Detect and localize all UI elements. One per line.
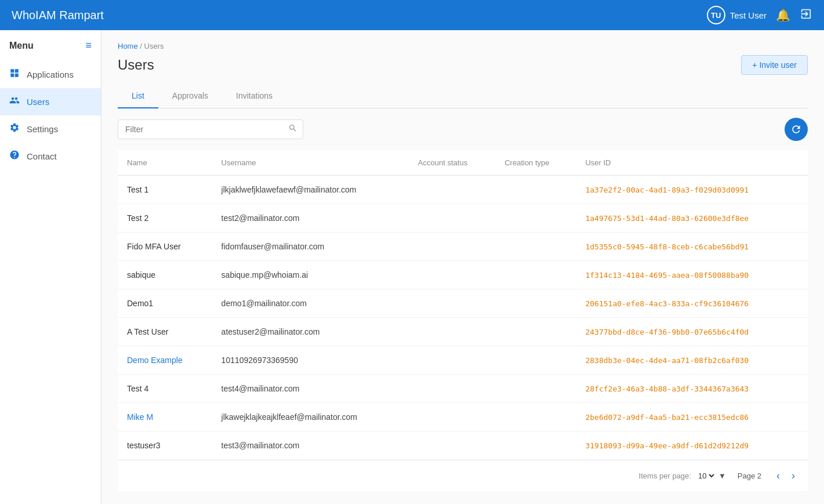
cell-account-status	[409, 375, 495, 403]
cell-username: atestuser2@mailinator.com	[212, 318, 409, 346]
notification-icon[interactable]: 🔔	[776, 8, 790, 22]
cell-user-id: 2be6d072-a9df-4aa5-ba21-ecc3815edc86	[576, 403, 808, 432]
next-page-button[interactable]: ›	[788, 467, 798, 484]
table-row[interactable]: A Test User atestuser2@mailinator.com 24…	[118, 318, 808, 346]
cell-name: sabique	[118, 261, 212, 289]
sidebar-item-label-users: Users	[27, 97, 49, 107]
sidebar-item-settings[interactable]: Settings	[0, 115, 101, 143]
items-per-page-select[interactable]: 10 25 50	[696, 471, 716, 481]
cell-account-status	[409, 318, 495, 346]
items-per-page-label: Items per page:	[639, 472, 691, 480]
breadcrumb-current: Users	[144, 42, 164, 50]
cell-user-id: 31918093-d99a-49ee-a9df-d61d2d9212d9	[576, 432, 808, 460]
prev-page-button[interactable]: ‹	[773, 467, 783, 484]
cell-name: Demo Example	[118, 346, 212, 375]
tab-invitations[interactable]: Invitations	[222, 84, 286, 108]
cell-username: jlkjaklwefjklawefaewf@mailinator.com	[212, 176, 409, 204]
cell-user-id: 206151a0-efe8-4ac3-833a-cf9c36104676	[576, 289, 808, 318]
tab-approvals[interactable]: Approvals	[158, 84, 222, 108]
pagination: Items per page: 10 25 50 ▼ Page 2 ‹ ›	[118, 460, 808, 491]
cell-creation-type	[495, 346, 576, 375]
sidebar-item-applications[interactable]: Applications	[0, 61, 101, 88]
search-icon	[288, 124, 297, 135]
table-row[interactable]: sabique sabique.mp@whoiam.ai 1f314c13-41…	[118, 261, 808, 289]
cell-creation-type	[495, 261, 576, 289]
filter-input-wrap	[118, 119, 303, 139]
cell-user-id: 1d5355c0-5945-48f8-8ceb-c6cabe56bd91	[576, 233, 808, 261]
sidebar-header: Menu ≡	[0, 39, 101, 61]
sidebar: Menu ≡ Applications Users Settings	[0, 30, 101, 504]
cell-username: 10110926973369590	[212, 346, 409, 375]
breadcrumb-separator: /	[140, 42, 144, 50]
filter-input[interactable]	[118, 119, 303, 139]
tab-list[interactable]: List	[118, 84, 158, 108]
refresh-button[interactable]	[785, 118, 808, 141]
cell-name: Test 4	[118, 375, 212, 403]
sidebar-item-label-contact: Contact	[27, 151, 57, 161]
cell-account-status	[409, 289, 495, 318]
page-header: Users + Invite user	[118, 55, 808, 75]
col-name: Name	[118, 150, 212, 176]
cell-user-id: 24377bbd-d8ce-4f36-9bb0-07e65b6c4f0d	[576, 318, 808, 346]
users-table-container: Name Username Account status Creation ty…	[118, 150, 808, 491]
breadcrumb: Home / Users	[118, 42, 808, 50]
table-body: Test 1 jlkjaklwefjklawefaewf@mailinator.…	[118, 176, 808, 460]
dropdown-icon: ▼	[718, 472, 726, 480]
cell-user-id: 1a37e2f2-00ac-4ad1-89a3-f029d03d0991	[576, 176, 808, 204]
user-menu[interactable]: TU Test User	[707, 6, 767, 24]
table-row[interactable]: Test 2 test2@mailinator.com 1a497675-53d…	[118, 204, 808, 233]
cell-account-status	[409, 432, 495, 460]
cell-username: test2@mailinator.com	[212, 204, 409, 233]
cell-name: Fido MFA User	[118, 233, 212, 261]
sidebar-item-users[interactable]: Users	[0, 88, 101, 115]
app-header: WhoIAM Rampart TU Test User 🔔	[0, 0, 824, 30]
cell-name: testuser3	[118, 432, 212, 460]
cell-account-status	[409, 233, 495, 261]
items-per-page-selector[interactable]: 10 25 50 ▼	[696, 471, 726, 481]
cell-name: Mike M	[118, 403, 212, 432]
cell-name: A Test User	[118, 318, 212, 346]
cell-creation-type	[495, 403, 576, 432]
filter-row	[118, 108, 808, 150]
table-row[interactable]: Test 4 test4@mailinator.com 28fcf2e3-46a…	[118, 375, 808, 403]
cell-user-id: 1f314c13-4184-4695-aaea-08f50088ba90	[576, 261, 808, 289]
table-row[interactable]: Fido MFA User fidomfauser@mailinator.com…	[118, 233, 808, 261]
col-username: Username	[212, 150, 409, 176]
main-content: Home / Users Users + Invite user List Ap…	[101, 30, 824, 504]
avatar: TU	[707, 6, 725, 24]
invite-user-button[interactable]: + Invite user	[741, 55, 808, 75]
app-title: WhoIAM Rampart	[12, 9, 104, 22]
cell-creation-type	[495, 432, 576, 460]
cell-name: Test 2	[118, 204, 212, 233]
table-row[interactable]: Demo1 demo1@mailinator.com 206151a0-efe8…	[118, 289, 808, 318]
table-row[interactable]: Test 1 jlkjaklwefjklawefaewf@mailinator.…	[118, 176, 808, 204]
sidebar-item-label-applications: Applications	[27, 70, 74, 79]
layout: Menu ≡ Applications Users Settings	[0, 30, 824, 504]
cell-account-status	[409, 346, 495, 375]
cell-username: sabique.mp@whoiam.ai	[212, 261, 409, 289]
table-row[interactable]: Demo Example 10110926973369590 2838db3e-…	[118, 346, 808, 375]
col-account-status: Account status	[409, 150, 495, 176]
breadcrumb-home[interactable]: Home	[118, 42, 138, 50]
cell-account-status	[409, 403, 495, 432]
tabs: List Approvals Invitations	[118, 84, 808, 108]
contact-icon	[9, 150, 20, 163]
cell-username: test4@mailinator.com	[212, 375, 409, 403]
sidebar-item-contact[interactable]: Contact	[0, 143, 101, 170]
menu-toggle-icon[interactable]: ≡	[85, 39, 92, 52]
menu-label: Menu	[9, 41, 34, 51]
cell-creation-type	[495, 318, 576, 346]
table-row[interactable]: testuser3 test3@mailinator.com 31918093-…	[118, 432, 808, 460]
cell-creation-type	[495, 289, 576, 318]
username-label: Test User	[730, 10, 767, 20]
table-header-row: Name Username Account status Creation ty…	[118, 150, 808, 176]
cell-creation-type	[495, 375, 576, 403]
cell-user-id: 1a497675-53d1-44ad-80a3-62600e3df8ee	[576, 204, 808, 233]
logout-icon[interactable]	[800, 8, 812, 23]
cell-username: test3@mailinator.com	[212, 432, 409, 460]
table-row[interactable]: Mike M jlkawejklajkeajklfeaef@mailinator…	[118, 403, 808, 432]
cell-creation-type	[495, 176, 576, 204]
cell-creation-type	[495, 233, 576, 261]
cell-username: fidomfauser@mailinator.com	[212, 233, 409, 261]
page-title: Users	[118, 57, 154, 73]
